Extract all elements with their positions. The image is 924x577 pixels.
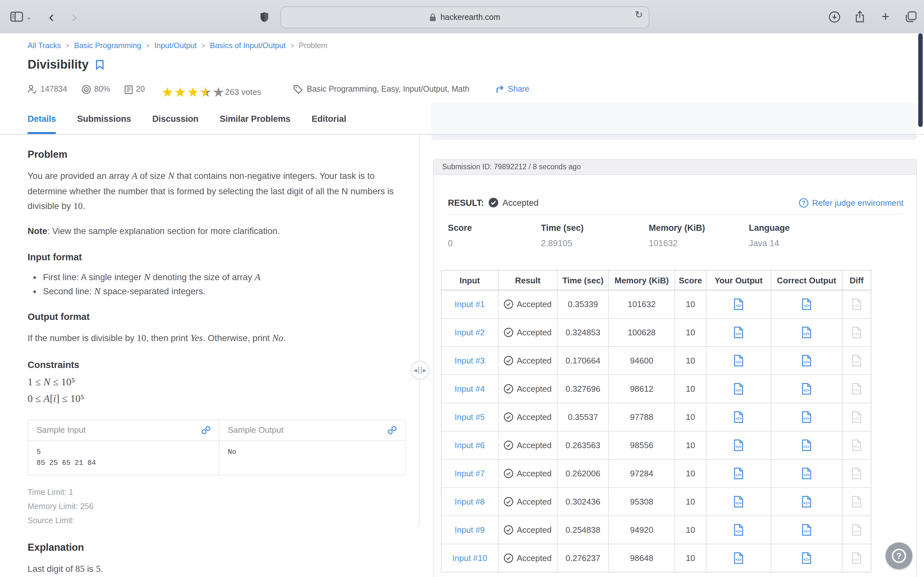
input-link[interactable]: Input #2 bbox=[455, 327, 485, 337]
star-rating[interactable]: ★ ★ ★ ★★ ★ bbox=[162, 85, 225, 98]
correct-output-file-icon[interactable]: </> bbox=[801, 467, 812, 480]
page-header: All Tracks > Basic Programming > Input/O… bbox=[0, 33, 924, 103]
input-link[interactable]: Input #9 bbox=[455, 525, 485, 535]
input-link[interactable]: Input #4 bbox=[455, 384, 485, 394]
correct-output-file-icon[interactable]: </> bbox=[801, 524, 812, 536]
panel-resizer-handle[interactable]: ◀ ▶ bbox=[411, 361, 429, 380]
breadcrumb-link[interactable]: Basic Programming bbox=[74, 41, 141, 50]
note-label: Note bbox=[27, 226, 47, 235]
your-output-file-icon[interactable]: </> bbox=[733, 411, 744, 423]
svg-text:</>: </> bbox=[735, 529, 741, 534]
your-output-file-icon[interactable]: </> bbox=[733, 467, 744, 480]
diff-file-icon: </> bbox=[851, 524, 862, 536]
privacy-shield-icon[interactable] bbox=[255, 8, 273, 26]
judge-environment-link[interactable]: ? Refer judge environment bbox=[798, 198, 903, 207]
bookmark-icon[interactable] bbox=[95, 60, 104, 70]
sample-io-table: Sample Input Sample Output 5 85 25 65 21… bbox=[27, 419, 405, 475]
share-icon[interactable] bbox=[851, 8, 869, 26]
back-button[interactable]: ‹ bbox=[42, 8, 60, 26]
sidebar-toggle-icon[interactable] bbox=[8, 8, 26, 26]
svg-text:</>: </> bbox=[853, 332, 859, 336]
your-output-file-icon[interactable]: </> bbox=[733, 355, 744, 367]
copy-link-icon[interactable] bbox=[388, 425, 397, 434]
svg-text:</>: </> bbox=[853, 557, 859, 562]
constraints-heading: Constraints bbox=[27, 359, 405, 370]
copy-link-icon[interactable] bbox=[202, 425, 210, 434]
your-output-file-icon[interactable]: </> bbox=[733, 524, 744, 536]
attempts-stat: 147834 bbox=[27, 84, 67, 94]
star-icon: ★ bbox=[174, 85, 187, 98]
correct-output-file-icon[interactable]: </> bbox=[801, 298, 812, 310]
your-output-file-icon[interactable]: </> bbox=[733, 552, 744, 564]
input-format-list: First line: A single integer N denoting … bbox=[27, 271, 405, 298]
correct-output-file-icon[interactable]: </> bbox=[801, 326, 812, 338]
memory-value: 94920 bbox=[630, 525, 653, 535]
your-output-file-icon[interactable]: </> bbox=[733, 383, 744, 395]
time-limit: Time Limit: 1 bbox=[27, 485, 405, 499]
svg-text:</>: </> bbox=[735, 444, 741, 449]
output-format-text: If the number is divisible by 10, then p… bbox=[27, 331, 405, 346]
memory-limit: Memory Limit: 256 bbox=[27, 499, 405, 513]
forward-button[interactable]: › bbox=[65, 8, 83, 26]
share-problem-button[interactable]: Share bbox=[495, 85, 529, 93]
metric-label: Memory (KiB) bbox=[649, 223, 749, 233]
score-value: 10 bbox=[686, 469, 695, 478]
correct-output-file-icon[interactable]: </> bbox=[801, 355, 812, 367]
breadcrumb-link[interactable]: Basics of Input/Output bbox=[210, 41, 286, 50]
memory-value: 98612 bbox=[630, 384, 653, 394]
input-link[interactable]: Input #1 bbox=[455, 300, 485, 309]
metric-label: Language bbox=[749, 223, 845, 233]
breadcrumb-link[interactable]: Input/Output bbox=[154, 41, 197, 50]
check-circle-icon bbox=[504, 553, 514, 563]
reload-icon[interactable]: ↻ bbox=[635, 9, 643, 21]
chevron-down-icon[interactable]: ⌄ bbox=[24, 8, 33, 26]
memory-value: 97284 bbox=[630, 469, 653, 478]
input-link[interactable]: Input #10 bbox=[452, 553, 487, 563]
input-link[interactable]: Input #5 bbox=[455, 412, 485, 422]
score-value: 10 bbox=[686, 327, 695, 337]
url-bar[interactable]: hackerearth.com ↻ bbox=[280, 6, 649, 28]
tab-editorial[interactable]: Editorial bbox=[312, 103, 346, 135]
metric-label: Time (sec) bbox=[541, 223, 649, 233]
your-output-file-icon[interactable]: </> bbox=[733, 439, 744, 451]
svg-text:</>: </> bbox=[803, 501, 809, 506]
breadcrumb-link[interactable]: All Tracks bbox=[27, 41, 61, 50]
tab-submissions[interactable]: Submissions bbox=[78, 103, 131, 135]
your-output-file-icon[interactable]: </> bbox=[733, 298, 744, 310]
correct-output-file-icon[interactable]: </> bbox=[801, 383, 812, 395]
correct-output-file-icon[interactable]: </> bbox=[801, 411, 812, 423]
input-link[interactable]: Input #3 bbox=[455, 356, 485, 366]
downloads-icon[interactable] bbox=[825, 8, 843, 26]
breadcrumb-separator: > bbox=[290, 42, 294, 49]
input-link[interactable]: Input #6 bbox=[455, 440, 485, 450]
sample-input-header: Sample Input bbox=[37, 425, 86, 435]
check-circle-icon bbox=[504, 497, 514, 506]
svg-text:</>: </> bbox=[853, 388, 859, 393]
problem-stats: 147834 80% 20 ★ ★ ★ ★★ ★ 263 vo bbox=[27, 79, 529, 99]
table-row: Input #9 Accepted 0.254838 94920 10 </> … bbox=[441, 516, 871, 544]
tab-overview-icon[interactable] bbox=[902, 8, 920, 26]
breadcrumb-separator: > bbox=[201, 42, 205, 49]
table-row: Input #1 Accepted 0.35339 101632 10 </> … bbox=[441, 290, 871, 319]
input-link[interactable]: Input #7 bbox=[455, 469, 485, 478]
tab-details[interactable]: Details bbox=[27, 103, 56, 135]
help-button[interactable]: ? bbox=[885, 542, 913, 569]
tags: Basic Programming, Easy, Input/Output, M… bbox=[293, 84, 469, 94]
check-circle-icon bbox=[504, 469, 514, 478]
page-title: Divisibility bbox=[27, 58, 89, 72]
your-output-file-icon[interactable]: </> bbox=[733, 496, 744, 508]
tab-discussion[interactable]: Discussion bbox=[152, 103, 199, 135]
accuracy-stat: 80% bbox=[81, 84, 110, 94]
results-table-header: Input Result Time (sec) Memory (KiB) Sco… bbox=[441, 271, 871, 290]
correct-output-file-icon[interactable]: </> bbox=[801, 552, 812, 564]
your-output-file-icon[interactable]: </> bbox=[733, 326, 744, 338]
correct-output-file-icon[interactable]: </> bbox=[801, 439, 812, 451]
correct-output-file-icon[interactable]: </> bbox=[801, 496, 812, 508]
new-tab-icon[interactable]: + bbox=[877, 8, 895, 26]
time-value: 0.254838 bbox=[565, 525, 600, 535]
input-link[interactable]: Input #8 bbox=[455, 497, 485, 506]
svg-text:</>: </> bbox=[853, 472, 859, 477]
page-scrollbar-thumb[interactable] bbox=[918, 33, 923, 127]
tab-similar-problems[interactable]: Similar Problems bbox=[220, 103, 291, 135]
table-row: Input #6 Accepted 0.263563 98556 10 </> … bbox=[441, 432, 871, 460]
